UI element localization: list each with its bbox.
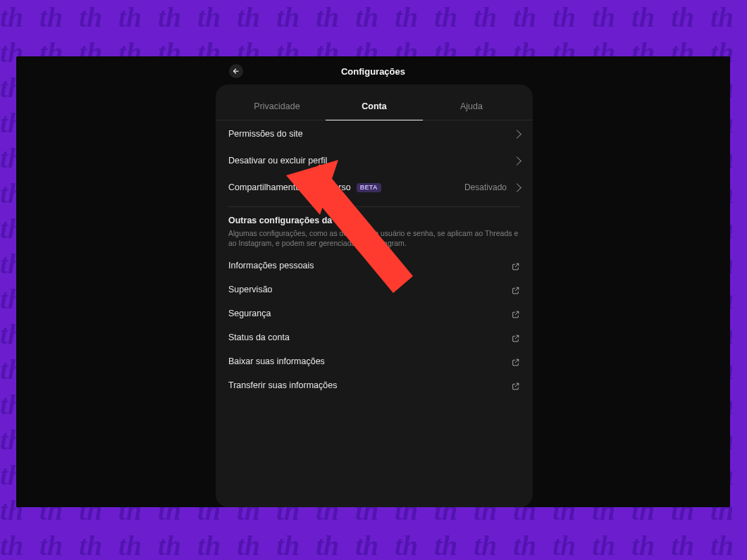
row-account-status[interactable]: Status da conta bbox=[228, 325, 520, 349]
header: Configurações bbox=[16, 63, 730, 80]
external-link-icon bbox=[511, 357, 520, 366]
row-trailing-text: Desativado bbox=[464, 182, 507, 192]
row-text: Compartilhamento no fediverso bbox=[228, 182, 351, 192]
row-trail: Desativado bbox=[464, 182, 520, 192]
tab-ajuda[interactable]: Ajuda bbox=[423, 94, 520, 120]
external-link-icon bbox=[511, 381, 520, 390]
row-supervision[interactable]: Supervisão bbox=[228, 278, 520, 301]
row-label: Compartilhamento no fediverso BETA bbox=[228, 182, 381, 192]
row-transfer-info[interactable]: Transferir suas informações bbox=[228, 373, 520, 397]
row-site-permissions[interactable]: Permissões do site bbox=[228, 120, 520, 147]
external-link-icon bbox=[511, 261, 520, 270]
row-label: Informações pessoais bbox=[228, 261, 314, 270]
external-link-icon bbox=[511, 333, 520, 342]
row-personal-info[interactable]: Informações pessoais bbox=[228, 254, 520, 278]
beta-badge: BETA bbox=[357, 183, 381, 192]
row-label: Segurança bbox=[228, 309, 271, 318]
settings-panel: Privacidade Conta Ajuda Permissões do si… bbox=[216, 85, 533, 507]
chevron-right-icon bbox=[512, 183, 521, 192]
tab-conta[interactable]: Conta bbox=[326, 94, 423, 120]
divider bbox=[228, 206, 520, 207]
back-button[interactable] bbox=[229, 64, 243, 78]
row-label: Transferir suas informações bbox=[228, 380, 337, 390]
external-link-icon bbox=[511, 285, 520, 294]
tabs: Privacidade Conta Ajuda bbox=[216, 94, 533, 120]
row-trail bbox=[514, 158, 520, 164]
tab-privacidade[interactable]: Privacidade bbox=[228, 94, 326, 120]
section-heading: Outras configurações da conta bbox=[228, 216, 520, 225]
row-trail bbox=[514, 131, 520, 137]
row-label: Supervisão bbox=[228, 285, 273, 294]
row-label: Desativar ou excluir perfil bbox=[228, 156, 327, 166]
row-security[interactable]: Segurança bbox=[228, 301, 520, 325]
account-list: Permissões do site Desativar ou excluir … bbox=[216, 120, 533, 397]
app-frame: Configurações Privacidade Conta Ajuda Pe… bbox=[16, 56, 730, 507]
row-fediverse-sharing[interactable]: Compartilhamento no fediverso BETA Desat… bbox=[228, 174, 520, 201]
chevron-right-icon bbox=[512, 130, 521, 139]
row-label: Permissões do site bbox=[228, 129, 303, 139]
arrow-left-icon bbox=[232, 67, 240, 75]
row-label: Baixar suas informações bbox=[228, 356, 325, 366]
row-download-info[interactable]: Baixar suas informações bbox=[228, 349, 520, 373]
row-deactivate-delete[interactable]: Desativar ou excluir perfil bbox=[228, 147, 520, 174]
external-link-icon bbox=[511, 309, 520, 318]
page-title: Configurações bbox=[341, 66, 405, 77]
section-subtext: Algumas configurações, como as de nome d… bbox=[228, 228, 520, 248]
row-label: Status da conta bbox=[228, 332, 290, 342]
chevron-right-icon bbox=[512, 156, 521, 166]
